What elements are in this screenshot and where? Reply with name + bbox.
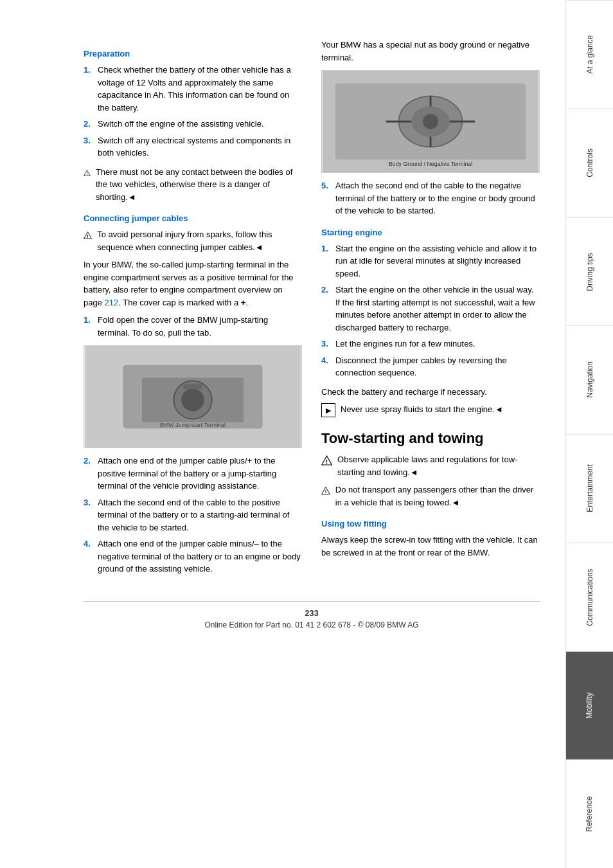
svg-text:!: ! bbox=[325, 489, 327, 494]
svg-text:!: ! bbox=[86, 171, 87, 175]
right-item5-list: 5. Attach the second end of the cable to… bbox=[321, 179, 540, 217]
preparation-list: 1.Check whether the battery of the other… bbox=[84, 64, 302, 159]
svg-text:BMW Jump-start Terminal: BMW Jump-start Terminal bbox=[160, 422, 226, 428]
connecting-list-item: 3.Attach the second end of the cable to … bbox=[84, 496, 302, 534]
tow-warning2-text: Do not transport any passengers other th… bbox=[335, 484, 540, 509]
svg-text:Body Ground / Negative Termina: Body Ground / Negative Terminal bbox=[389, 161, 473, 167]
connecting-warning-text: To avoid personal injury from sparks, fo… bbox=[97, 228, 302, 253]
item-text: Switch off the engine of the assisting v… bbox=[98, 118, 302, 131]
tow-fitting-title: Using tow fitting bbox=[321, 519, 540, 529]
starting-engine-item: 1.Start the engine on the assisting vehi… bbox=[321, 242, 540, 280]
item-5: 5. Attach the second end of the cable to… bbox=[321, 179, 540, 217]
starting-engine-item: 2.Start the engine on the other vehicle … bbox=[321, 284, 540, 334]
starting-engine-item: 4.Disconnect the jumper cables by revers… bbox=[321, 354, 540, 379]
prep-list-item: 1.Check whether the battery of the other… bbox=[84, 64, 302, 114]
tow-warning2-icon: ! bbox=[321, 484, 330, 498]
item-text: Fold open the cover of the BMW jump-star… bbox=[98, 314, 302, 339]
starting-engine-item: 3.Let the engines run for a few minutes. bbox=[321, 338, 540, 350]
connecting-list-2: 2.Attach one end of the jumper cable plu… bbox=[84, 455, 302, 575]
item-num: 4. bbox=[84, 538, 94, 575]
right-intro: Your BMW has a special nut as body groun… bbox=[321, 39, 540, 64]
tow-fitting-text: Always keep the screw-in tow fitting wit… bbox=[321, 534, 540, 559]
item-num: 1. bbox=[84, 314, 94, 339]
sidebar-item[interactable]: Mobility bbox=[566, 651, 613, 760]
sidebar-item[interactable]: Controls bbox=[566, 109, 613, 217]
sidebar: At a glanceControlsDriving tipsNavigatio… bbox=[565, 0, 613, 868]
starting-engine-list: 1.Start the engine on the assisting vehi… bbox=[321, 242, 540, 379]
item-num: 2. bbox=[321, 284, 332, 334]
item-num: 1. bbox=[321, 242, 332, 280]
connecting-list-item: 4.Attach one end of the jumper cable min… bbox=[84, 538, 302, 575]
main-content: Preparation 1.Check whether the battery … bbox=[0, 0, 565, 868]
body-ground-image: Body Ground / Negative Terminal bbox=[321, 70, 540, 173]
connecting-warning: ! To avoid personal injury from sparks, … bbox=[84, 228, 302, 253]
sidebar-item[interactable]: At a glance bbox=[566, 0, 613, 109]
item-num: 3. bbox=[84, 496, 94, 534]
left-column: Preparation 1.Check whether the battery … bbox=[84, 39, 302, 582]
tow-warning1-icon: ! bbox=[321, 453, 332, 467]
sidebar-item[interactable]: Reference bbox=[566, 759, 613, 868]
svg-rect-9 bbox=[183, 384, 202, 389]
item-text: Attach one end of the jumper cable minus… bbox=[98, 538, 302, 575]
item-num: 2. bbox=[84, 118, 94, 131]
tow-warning1: ! Observe applicable laws and regulation… bbox=[321, 453, 540, 478]
right-column: Your BMW has a special nut as body groun… bbox=[321, 39, 540, 582]
prep-list-item: 2.Switch off the engine of the assisting… bbox=[84, 118, 302, 131]
sidebar-item[interactable]: Communications bbox=[566, 543, 613, 651]
item5-num: 5. bbox=[321, 179, 332, 217]
connecting-warning-icon: ! bbox=[84, 228, 92, 242]
connecting-list-item: 1.Fold open the cover of the BMW jump-st… bbox=[84, 314, 302, 339]
page-link[interactable]: 212 bbox=[105, 298, 119, 307]
tow-starting-title: Tow-starting and towing bbox=[321, 430, 540, 447]
item-text: Start the engine on the assisting vehicl… bbox=[335, 242, 540, 280]
svg-point-15 bbox=[423, 114, 438, 129]
item-num: 2. bbox=[84, 455, 94, 493]
note-icon: ▶ bbox=[321, 403, 335, 417]
spray-note: ▶ Never use spray fluids to start the en… bbox=[321, 403, 540, 417]
item-text: Check whether the battery of the other v… bbox=[98, 64, 302, 114]
page-number: 233 bbox=[84, 608, 540, 618]
connecting-intro: In your BMW, the so-called jump-starting… bbox=[84, 258, 302, 309]
item-num: 3. bbox=[321, 338, 332, 350]
svg-text:!: ! bbox=[87, 234, 88, 239]
prep-list-item: 3.Switch off any electrical systems and … bbox=[84, 134, 302, 159]
svg-point-8 bbox=[181, 388, 204, 411]
connecting-title: Connecting jumper cables bbox=[84, 213, 302, 223]
item-text: Disconnect the jumper cables by reversin… bbox=[335, 354, 540, 379]
connecting-list: 1.Fold open the cover of the BMW jump-st… bbox=[84, 314, 302, 339]
warning-icon: ! bbox=[84, 166, 91, 180]
spray-note-text: Never use spray fluids to start the engi… bbox=[341, 403, 503, 416]
footer-text: Online Edition for Part no. 01 41 2 602 … bbox=[84, 620, 540, 629]
page-footer: 233 Online Edition for Part no. 01 41 2 … bbox=[84, 601, 540, 629]
item-num: 4. bbox=[321, 354, 332, 379]
item-text: Attach one end of the jumper cable plus/… bbox=[98, 455, 302, 493]
sidebar-item[interactable]: Driving tips bbox=[566, 217, 613, 326]
tow-warning2: ! Do not transport any passengers other … bbox=[321, 484, 540, 509]
sidebar-item[interactable]: Navigation bbox=[566, 325, 613, 434]
item5-text: Attach the second end of the cable to th… bbox=[335, 179, 540, 217]
tow-warning1-text: Observe applicable laws and regulations … bbox=[337, 453, 540, 478]
battery-check: Check the battery and recharge if necess… bbox=[321, 386, 540, 399]
item-text: Let the engines run for a few minutes. bbox=[335, 338, 540, 350]
item-text: Switch off any electrical systems and co… bbox=[98, 134, 302, 159]
svg-text:!: ! bbox=[326, 458, 328, 465]
preparation-warning: ! There must not be any contact between … bbox=[84, 166, 302, 204]
sidebar-item[interactable]: Entertainment bbox=[566, 434, 613, 543]
connecting-list-item: 2.Attach one end of the jumper cable plu… bbox=[84, 455, 302, 493]
starting-engine-title: Starting engine bbox=[321, 228, 540, 237]
jumper-terminal-image: BMW Jump-start Terminal bbox=[84, 345, 302, 448]
item-text: Attach the second end of the cable to th… bbox=[98, 496, 302, 534]
item-text: Start the engine on the other vehicle in… bbox=[335, 284, 540, 334]
preparation-warning-text: There must not be any contact between th… bbox=[96, 166, 302, 204]
item-num: 3. bbox=[84, 134, 94, 159]
item-num: 1. bbox=[84, 64, 94, 114]
preparation-title: Preparation bbox=[84, 49, 302, 59]
